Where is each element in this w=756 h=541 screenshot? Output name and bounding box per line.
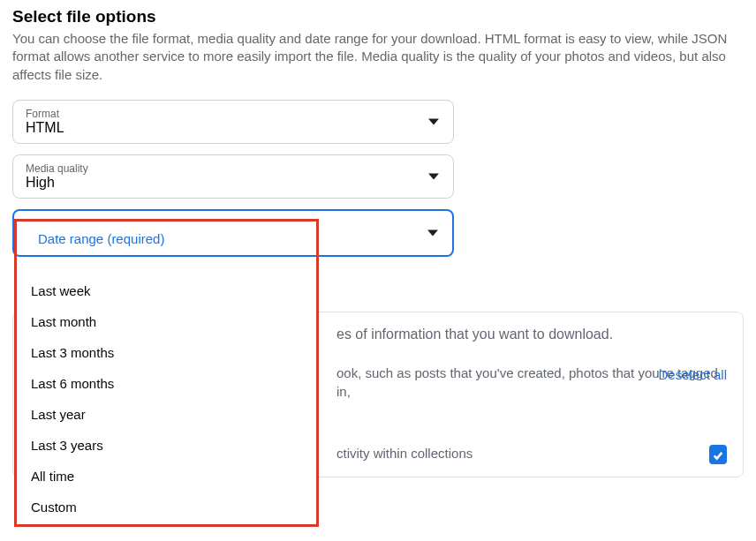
option-last-year[interactable]: Last year — [15, 399, 318, 430]
option-last-3-months[interactable]: Last 3 months — [15, 337, 318, 368]
format-select[interactable]: Format HTML — [12, 100, 454, 144]
page-title: Select file options — [12, 7, 744, 26]
caret-down-icon — [428, 118, 439, 124]
checkbox[interactable] — [709, 447, 727, 464]
format-label: Format — [26, 108, 441, 120]
caret-down-icon — [427, 229, 438, 236]
caret-down-icon — [428, 173, 439, 179]
option-all-time[interactable]: All time — [15, 461, 318, 492]
page-description: You can choose the file format, media qu… — [12, 30, 744, 84]
option-last-month[interactable]: Last month — [15, 306, 318, 337]
info-row-text: ctivity within collections — [336, 446, 472, 461]
date-range-select[interactable]: Date range (required) — [12, 209, 454, 257]
format-value: HTML — [26, 120, 441, 136]
date-range-label: Date range (required) — [38, 231, 164, 246]
media-quality-value: High — [26, 175, 441, 191]
check-icon — [712, 449, 724, 462]
media-quality-select[interactable]: Media quality High — [12, 154, 454, 199]
date-range-options-list: Last week Last month Last 3 months Last … — [15, 270, 318, 528]
deselect-all-link[interactable]: Deselect all — [658, 367, 727, 382]
option-last-6-months[interactable]: Last 6 months — [15, 368, 318, 399]
option-last-week[interactable]: Last week — [15, 275, 318, 306]
media-quality-label: Media quality — [26, 162, 441, 175]
option-last-3-years[interactable]: Last 3 years — [15, 430, 318, 461]
option-custom[interactable]: Custom — [15, 492, 318, 522]
